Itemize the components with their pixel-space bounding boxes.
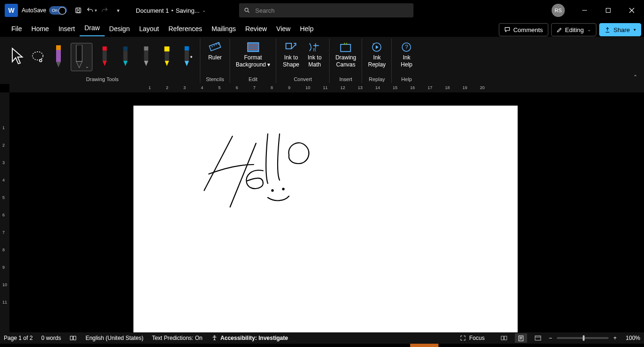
save-icon[interactable]: [72, 4, 85, 17]
drawing-canvas-button[interactable]: DrawingCanvas: [333, 40, 358, 74]
svg-point-28: [272, 190, 273, 191]
tab-help[interactable]: Help: [295, 22, 318, 36]
ruler-tick: 5: [218, 85, 221, 90]
ruler-tick: 3: [183, 85, 186, 90]
comments-label: Comments: [513, 26, 543, 33]
search-icon: [244, 7, 250, 14]
accessibility-icon: [211, 335, 218, 341]
tab-mailings[interactable]: Mailings: [207, 22, 240, 36]
search-placeholder: Search: [255, 7, 274, 14]
tab-references[interactable]: References: [164, 22, 207, 36]
ruler-icon: [208, 41, 222, 53]
tab-home[interactable]: Home: [27, 22, 54, 36]
taskbar-peek: [0, 344, 644, 347]
redo-button[interactable]: [98, 4, 111, 17]
search-input[interactable]: Search: [239, 3, 413, 17]
select-tool[interactable]: [8, 43, 25, 71]
ruler-tick: 3: [2, 160, 5, 165]
ruler-tick: 1: [2, 125, 5, 130]
pen-orange[interactable]: [50, 43, 67, 71]
focus-label: Focus: [469, 335, 485, 341]
zoom-in[interactable]: +: [613, 335, 617, 341]
pen-icon: [100, 46, 109, 68]
ruler-tick: 11: [323, 85, 328, 90]
user-avatar[interactable]: RS: [552, 4, 565, 17]
ruler-tick: 1: [149, 85, 151, 90]
share-icon: [604, 27, 611, 33]
tab-file[interactable]: File: [7, 22, 27, 36]
pen-icon: [121, 46, 130, 68]
collapse-ribbon[interactable]: ⌃: [633, 74, 637, 80]
canvas-area[interactable]: [9, 92, 644, 338]
pen-gray[interactable]: [138, 43, 155, 71]
tab-view[interactable]: View: [272, 22, 295, 36]
tab-design[interactable]: Design: [105, 22, 135, 36]
pen-black-selected[interactable]: ⌄: [71, 43, 92, 71]
ink-to-shape-button[interactable]: Ink toShape: [280, 40, 302, 74]
ruler-tick: 5: [2, 195, 5, 200]
tab-layout[interactable]: Layout: [134, 22, 164, 36]
cursor-icon: [9, 46, 25, 68]
status-page[interactable]: Page 1 of 2: [4, 335, 33, 341]
vertical-ruler[interactable]: 1234567891011: [0, 92, 9, 338]
qat-customize[interactable]: ▾: [111, 4, 124, 17]
svg-text:π: π: [313, 47, 316, 52]
minimize-button[interactable]: [574, 3, 595, 18]
comments-button[interactable]: Comments: [499, 23, 548, 36]
document-title[interactable]: Document 1 • Saving... ⌄: [136, 7, 206, 14]
svg-rect-6: [56, 45, 61, 50]
ruler-tick: 8: [271, 85, 273, 90]
horizontal-ruler[interactable]: 1234567891011121314151617181920: [9, 84, 644, 92]
svg-rect-0: [76, 8, 81, 13]
tab-insert[interactable]: Insert: [54, 22, 80, 36]
undo-button[interactable]: ▾: [85, 4, 98, 17]
close-button[interactable]: [621, 3, 642, 18]
ink-strokes: [133, 106, 518, 338]
pen-teal[interactable]: [117, 43, 134, 71]
focus-mode[interactable]: Focus: [460, 335, 485, 341]
highlighter-yellow[interactable]: [158, 43, 175, 71]
format-background-button[interactable]: FormatBackground ▾: [234, 40, 272, 74]
svg-rect-3: [606, 8, 611, 13]
ruler-tick: 14: [375, 85, 380, 90]
autosave-toggle[interactable]: On: [49, 6, 67, 15]
ruler-button[interactable]: Ruler: [204, 40, 226, 74]
svg-point-2: [245, 8, 248, 11]
editing-mode-button[interactable]: Editing⌄: [551, 23, 597, 36]
status-text-predictions[interactable]: Text Predictions: On: [152, 335, 202, 341]
group-stencils: Ruler Stencils: [200, 39, 230, 83]
document-page[interactable]: [133, 106, 518, 338]
autosave-state: On: [52, 8, 58, 13]
web-layout-view[interactable]: [532, 333, 544, 343]
svg-rect-31: [519, 336, 523, 341]
status-language[interactable]: English (United States): [85, 335, 143, 341]
status-accessibility[interactable]: Accessibility: Investigate: [211, 335, 288, 341]
ruler-tick: 2: [2, 143, 5, 148]
tab-draw[interactable]: Draw: [80, 21, 105, 36]
tab-review[interactable]: Review: [240, 22, 272, 36]
document-status: Saving...: [176, 7, 200, 14]
share-button[interactable]: Share▾: [599, 23, 641, 36]
ink-to-math-button[interactable]: π Ink toMath: [304, 40, 325, 74]
ink-help-button[interactable]: ? InkHelp: [396, 40, 417, 74]
zoom-slider[interactable]: [557, 337, 609, 339]
pen-icon: ✦: [182, 46, 193, 68]
lasso-icon: [31, 49, 45, 65]
lasso-tool[interactable]: [29, 43, 46, 71]
zoom-level[interactable]: 100%: [621, 335, 640, 341]
ruler-tick: 4: [201, 85, 203, 90]
maximize-button[interactable]: [598, 3, 619, 18]
ruler-tick: 10: [2, 282, 7, 287]
pen-red[interactable]: [96, 43, 113, 71]
svg-rect-8: [76, 45, 82, 61]
ink-replay-button[interactable]: InkReplay: [366, 40, 388, 74]
ruler-tick: 9: [2, 265, 5, 270]
zoom-out[interactable]: −: [549, 335, 552, 341]
read-mode-view[interactable]: [498, 333, 510, 343]
status-words[interactable]: 0 words: [41, 335, 61, 341]
group-label-replay: Replay: [369, 76, 385, 83]
svg-point-29: [282, 188, 284, 190]
status-spellcheck[interactable]: [69, 335, 77, 341]
print-layout-view[interactable]: [515, 333, 527, 343]
pen-blue-sparkle[interactable]: ✦: [179, 43, 196, 71]
